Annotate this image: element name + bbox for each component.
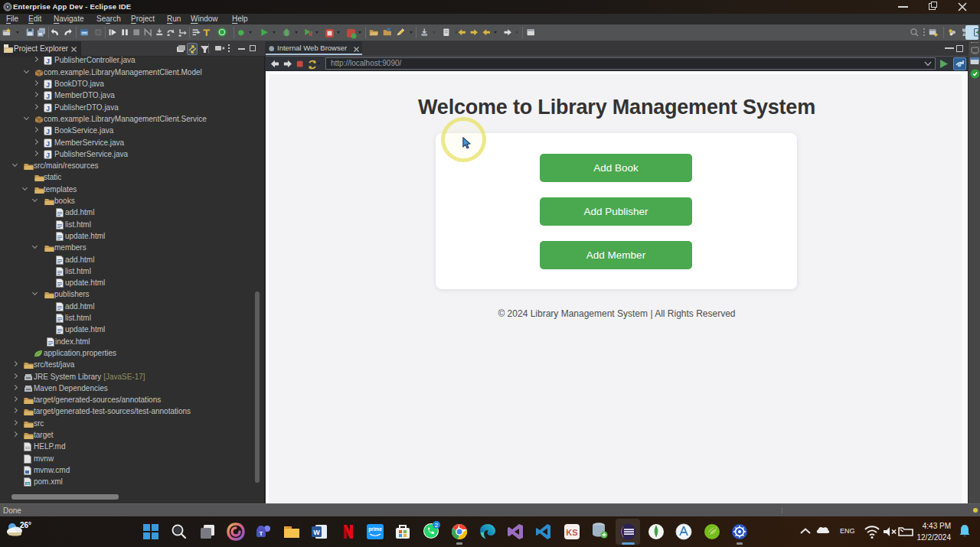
svg-text:J: J (46, 104, 50, 112)
svg-text:m: m (26, 482, 29, 486)
svg-text:J: J (46, 139, 50, 147)
svg-text:J: J (46, 57, 50, 65)
svg-text:prime: prime (368, 526, 382, 532)
svg-text:J: J (46, 151, 50, 158)
svg-text:W: W (313, 529, 320, 536)
svg-text:2: 2 (435, 522, 439, 529)
svg-text:T: T (260, 530, 263, 537)
svg-text:J: J (46, 81, 50, 89)
svg-text:KS: KS (566, 528, 577, 537)
svg-text:J: J (46, 93, 50, 100)
svg-text:J: J (46, 128, 50, 135)
